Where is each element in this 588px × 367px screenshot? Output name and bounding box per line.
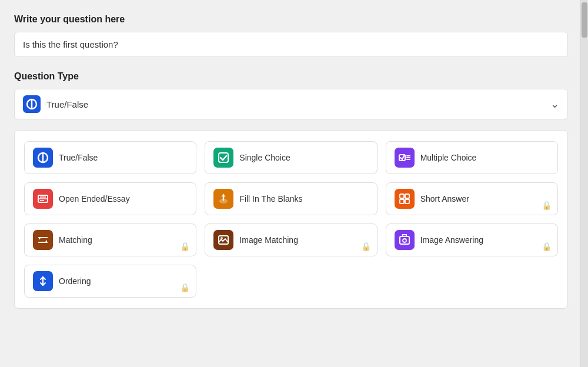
- type-grid: True/FalseSingle ChoiceMultiple ChoiceOp…: [24, 141, 558, 298]
- lock-icon-image-answering: 🔒: [542, 242, 552, 251]
- scrollbar-thumb[interactable]: [582, 2, 587, 38]
- type-item-image-matching[interactable]: Image Matching🔒: [205, 223, 377, 256]
- svg-rect-15: [405, 194, 409, 198]
- type-item-fill-blanks[interactable]: Fill In The Blanks: [205, 182, 377, 215]
- type-item-image-answering[interactable]: Image Answering🔒: [386, 223, 558, 256]
- svg-rect-14: [400, 194, 404, 198]
- write-question-label: Write your question here: [14, 14, 568, 25]
- type-name-matching: Matching: [59, 235, 92, 245]
- svg-point-21: [220, 237, 223, 239]
- dropdown-type-icon: [23, 95, 41, 113]
- svg-point-23: [403, 239, 406, 242]
- type-item-ordering[interactable]: Ordering🔒: [24, 265, 196, 298]
- type-name-multiple-choice: Multiple Choice: [420, 153, 477, 162]
- chevron-down-icon: ⌄: [550, 98, 559, 111]
- lock-icon-image-matching: 🔒: [361, 242, 371, 251]
- type-name-image-answering: Image Answering: [420, 235, 483, 245]
- type-icon-fill-blanks: [213, 189, 233, 209]
- type-item-true-false[interactable]: True/False: [24, 141, 196, 174]
- type-item-multiple-choice[interactable]: Multiple Choice: [386, 141, 558, 174]
- type-item-matching[interactable]: Matching🔒: [24, 223, 196, 256]
- lock-icon-short-answer: 🔒: [542, 201, 552, 210]
- dropdown-selected-text: True/False: [46, 99, 550, 109]
- type-icon-matching: [33, 230, 53, 250]
- type-icon-short-answer: [395, 189, 415, 209]
- type-icon-single-choice: [213, 148, 233, 168]
- type-name-ordering: Ordering: [59, 276, 91, 286]
- true-false-dropdown-icon: [26, 98, 38, 110]
- scrollbar[interactable]: [580, 0, 588, 367]
- type-icon-image-matching: [213, 230, 233, 250]
- type-item-open-ended[interactable]: Open Ended/Essay: [24, 182, 196, 215]
- type-item-single-choice[interactable]: Single Choice: [205, 141, 377, 174]
- main-content: Write your question here Question Type T…: [0, 0, 580, 367]
- type-icon-image-answering: [395, 230, 415, 250]
- type-item-short-answer[interactable]: Short Answer🔒: [386, 182, 558, 215]
- type-name-single-choice: Single Choice: [239, 153, 290, 162]
- type-name-open-ended: Open Ended/Essay: [59, 194, 130, 203]
- type-name-fill-blanks: Fill In The Blanks: [239, 194, 302, 203]
- type-name-true-false: True/False: [59, 153, 98, 162]
- lock-icon-matching: 🔒: [180, 242, 190, 251]
- svg-rect-22: [400, 236, 409, 244]
- svg-rect-16: [400, 199, 404, 203]
- lock-icon-ordering: 🔒: [180, 283, 190, 292]
- svg-rect-17: [405, 199, 409, 203]
- type-grid-container: True/FalseSingle ChoiceMultiple ChoiceOp…: [14, 130, 568, 309]
- type-icon-ordering: [33, 271, 53, 291]
- type-name-image-matching: Image Matching: [239, 235, 298, 245]
- type-icon-multiple-choice: [395, 148, 415, 168]
- type-icon-open-ended: [33, 189, 53, 209]
- question-input[interactable]: [14, 32, 568, 57]
- type-icon-true-false: [33, 148, 53, 168]
- question-type-dropdown[interactable]: True/False ⌄: [14, 89, 568, 119]
- type-name-short-answer: Short Answer: [420, 194, 469, 203]
- question-type-label: Question Type: [14, 71, 568, 82]
